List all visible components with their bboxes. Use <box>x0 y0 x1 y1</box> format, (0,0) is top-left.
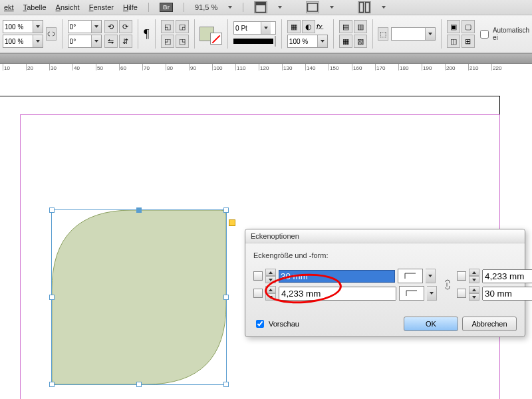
corner-bl-shape[interactable] <box>399 286 424 301</box>
corner-br-icon <box>457 289 466 298</box>
svg-rect-1 <box>256 3 266 6</box>
menu-ekt[interactable]: ekt <box>4 3 14 11</box>
fit-4-icon[interactable]: ⊞ <box>462 35 475 48</box>
stepper-up-icon[interactable] <box>469 269 479 276</box>
handle-bl[interactable] <box>49 382 55 387</box>
select-prev-icon[interactable]: ◰ <box>161 35 174 48</box>
scale-x-input[interactable] <box>3 22 33 32</box>
rotate-input[interactable] <box>68 22 91 32</box>
zoom-dropdown-icon[interactable] <box>228 6 232 9</box>
rotate-combo[interactable] <box>68 20 102 33</box>
zoom-level[interactable]: 91,5 % <box>195 3 217 11</box>
stepper-down-icon[interactable] <box>265 293 276 301</box>
menu-ansicht[interactable]: Ansicht <box>56 3 80 11</box>
dropdown-icon[interactable] <box>278 6 282 9</box>
dropdown-icon[interactable] <box>382 6 386 9</box>
svg-rect-2 <box>308 3 318 11</box>
arrange-button[interactable] <box>358 1 371 13</box>
stepper-up-icon[interactable] <box>469 286 479 293</box>
corner-tl-shape[interactable] <box>398 269 423 283</box>
scale-y-combo[interactable] <box>3 35 43 48</box>
dialog-title: Eckenoptionen <box>245 229 525 243</box>
selected-object[interactable] <box>52 210 226 384</box>
menu-tabelle[interactable]: Tabelle <box>23 3 47 11</box>
wrap-jump-icon[interactable]: ▧ <box>354 35 367 48</box>
stepper-down-icon[interactable] <box>469 293 479 301</box>
handle-tc[interactable] <box>136 207 142 213</box>
corner-tr-icon <box>457 271 466 281</box>
paragraph-style-icon[interactable]: ¶ <box>143 27 149 41</box>
menu-bar: ekt Tabelle Ansicht Fenster Hilfe Br 91,… <box>0 0 532 15</box>
live-corner-handle[interactable] <box>229 219 235 226</box>
corner-input[interactable] <box>391 27 436 41</box>
fit-3-icon[interactable]: ◫ <box>447 35 460 48</box>
scale-y-input[interactable] <box>3 37 33 47</box>
shear-input[interactable] <box>68 37 91 47</box>
select-container-icon[interactable]: ◱ <box>161 20 174 33</box>
opacity-combo[interactable] <box>287 35 328 48</box>
preview-checkbox[interactable]: Vorschau <box>253 318 299 330</box>
opacity-icon[interactable]: ◐ <box>302 20 315 33</box>
grey-bar <box>0 53 532 64</box>
opacity-input[interactable] <box>288 37 317 47</box>
stepper-down-icon[interactable] <box>265 276 276 283</box>
separator <box>184 3 184 12</box>
handle-tr[interactable] <box>223 207 229 213</box>
stepper-down-icon[interactable] <box>469 276 479 283</box>
corner-shape-dropdown-icon[interactable] <box>427 286 437 301</box>
auto-fit-checkbox[interactable]: Automatisch ei <box>477 27 529 41</box>
stepper-up-icon[interactable] <box>265 286 276 293</box>
stroke-style[interactable] <box>233 39 273 44</box>
dialog-header: Eckengröße und -form: <box>253 251 517 259</box>
fit-1-icon[interactable]: ▣ <box>447 20 460 33</box>
handle-bc[interactable] <box>136 382 142 387</box>
wrap-shape-icon[interactable]: ▦ <box>339 35 352 48</box>
svg-rect-3 <box>360 3 364 13</box>
frame-fit-icon[interactable]: ⬚ <box>378 27 388 41</box>
cancel-button[interactable]: Abbrechen <box>462 317 517 331</box>
rotate-ccw-icon[interactable]: ⟲ <box>104 20 118 33</box>
handle-mr[interactable] <box>223 295 229 300</box>
corner-bl-input[interactable] <box>279 287 396 301</box>
dropdown-icon[interactable] <box>330 6 334 9</box>
handle-br[interactable] <box>223 382 229 387</box>
separator <box>148 3 149 12</box>
view-mode-button[interactable] <box>254 1 267 13</box>
menu-hilfe[interactable]: Hilfe <box>123 3 138 11</box>
flip-h-icon[interactable]: ⇋ <box>104 35 118 48</box>
flip-v-icon[interactable]: ⇵ <box>119 35 132 48</box>
selection-box <box>51 209 227 385</box>
scale-x-combo[interactable] <box>3 20 43 33</box>
rotate-cw-icon[interactable]: ⟳ <box>119 20 132 33</box>
link-corners-icon[interactable] <box>442 277 452 293</box>
fit-2-icon[interactable]: ▢ <box>462 20 475 33</box>
stroke-weight-input[interactable] <box>234 23 261 33</box>
handle-tl[interactable] <box>49 207 55 213</box>
handle-ml[interactable] <box>49 295 55 300</box>
corner-tr-input[interactable] <box>482 269 532 283</box>
corner-options-dialog: Eckenoptionen Eckengröße und -form: <box>245 229 525 337</box>
separator <box>243 3 243 12</box>
no-fill-swatch[interactable] <box>210 33 222 45</box>
effects-icon[interactable]: ▦ <box>287 20 301 33</box>
corner-shape-dropdown-icon[interactable] <box>426 269 436 283</box>
menu-fenster[interactable]: Fenster <box>89 3 114 11</box>
screen-mode-button[interactable] <box>306 1 319 13</box>
corner-bl-icon <box>253 289 263 298</box>
select-next-icon[interactable]: ◳ <box>176 35 189 48</box>
corner-br-input[interactable] <box>482 287 532 301</box>
corner-tl-icon <box>253 271 263 281</box>
stepper-up-icon[interactable] <box>265 269 276 276</box>
ok-button[interactable]: OK <box>404 317 458 331</box>
wrap-none-icon[interactable]: ▤ <box>339 20 352 33</box>
shear-combo[interactable] <box>68 35 102 48</box>
select-content-icon[interactable]: ◲ <box>176 20 189 33</box>
stroke-weight-combo[interactable] <box>233 21 276 35</box>
wrap-bounding-icon[interactable]: ▥ <box>354 20 367 33</box>
svg-rect-4 <box>366 3 370 13</box>
bridge-icon[interactable]: Br <box>160 3 173 12</box>
control-panel: ⟲⟳ ⇋⇵ ¶ ◱◲ ◰◳ ▦◐fx. ▤▥ ▦▧ ⬚ ▣▢ ◫⊞ Automa… <box>0 15 532 53</box>
link-scale-icon[interactable] <box>46 27 57 41</box>
corner-tl-input[interactable] <box>279 270 395 283</box>
